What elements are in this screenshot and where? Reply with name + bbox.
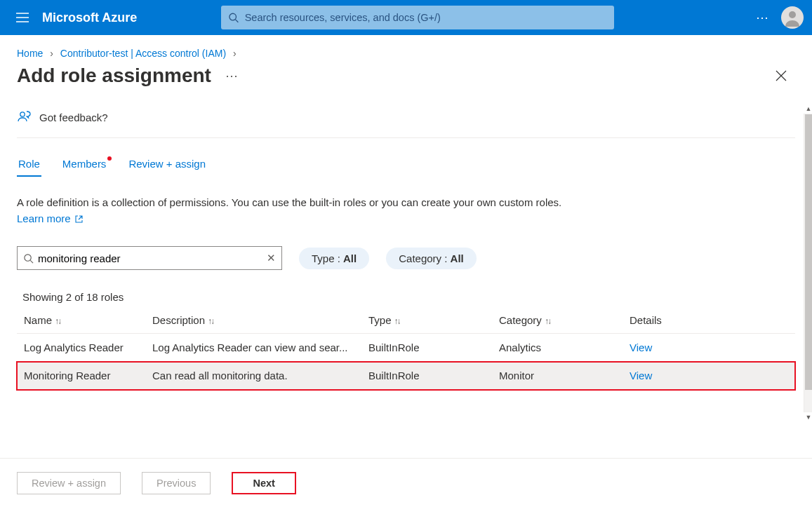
feedback-icon bbox=[17, 109, 32, 125]
global-search-input[interactable] bbox=[245, 12, 608, 23]
view-link[interactable]: View bbox=[630, 342, 652, 353]
external-link-icon bbox=[75, 215, 83, 223]
filter-type-pill[interactable]: Type : All bbox=[299, 248, 369, 269]
cell-details: View bbox=[623, 362, 795, 390]
tab-label: Review + assign bbox=[128, 158, 206, 170]
chevron-right-icon: › bbox=[50, 48, 53, 59]
close-icon bbox=[776, 70, 787, 81]
svg-line-5 bbox=[30, 260, 33, 263]
next-button[interactable]: Next bbox=[232, 472, 295, 494]
col-header-name[interactable]: Name↑↓ bbox=[17, 307, 145, 334]
col-header-description[interactable]: Description↑↓ bbox=[145, 307, 361, 334]
cell-name: Log Analytics Reader bbox=[17, 334, 145, 362]
cell-description: Log Analytics Reader can view and sear..… bbox=[145, 334, 361, 362]
brand-label[interactable]: Microsoft Azure bbox=[42, 11, 137, 25]
cell-category: Monitor bbox=[492, 362, 623, 390]
user-avatar[interactable] bbox=[781, 6, 804, 29]
learn-more-link[interactable]: Learn more bbox=[17, 212, 83, 224]
cell-details: View bbox=[623, 334, 795, 362]
cell-type: BuiltInRole bbox=[361, 334, 492, 362]
col-header-category[interactable]: Category↑↓ bbox=[492, 307, 623, 334]
filter-row: ✕ Type : All Category : All bbox=[17, 232, 795, 274]
tab-description: A role definition is a collection of per… bbox=[17, 182, 564, 232]
review-assign-button[interactable]: Review + assign bbox=[17, 472, 121, 494]
sort-icon: ↑↓ bbox=[55, 316, 60, 326]
role-search-input[interactable] bbox=[38, 252, 267, 264]
tab-role[interactable]: Role bbox=[17, 158, 41, 177]
table-row[interactable]: Monitoring Reader Can read all monitorin… bbox=[17, 362, 795, 390]
role-search[interactable]: ✕ bbox=[17, 246, 282, 270]
svg-point-0 bbox=[229, 13, 237, 20]
view-link[interactable]: View bbox=[630, 370, 652, 381]
main-content: Got feedback? Role Members Review + assi… bbox=[0, 104, 812, 507]
title-more-button[interactable]: ⋯ bbox=[225, 68, 239, 83]
scrollbar[interactable]: ▲ ▼ bbox=[804, 114, 812, 412]
chevron-right-icon: › bbox=[233, 48, 237, 59]
cell-category: Analytics bbox=[492, 334, 623, 362]
tab-label: Members bbox=[62, 158, 107, 170]
tab-review-assign[interactable]: Review + assign bbox=[127, 158, 207, 177]
title-row: Add role assignment ⋯ bbox=[0, 62, 812, 104]
tabs: Role Members Review + assign bbox=[17, 138, 795, 182]
alert-dot-icon bbox=[107, 156, 112, 161]
svg-point-2 bbox=[789, 11, 796, 18]
hamburger-menu[interactable] bbox=[8, 4, 36, 32]
topbar-more-button[interactable]: ⋯ bbox=[756, 10, 770, 25]
search-icon bbox=[23, 253, 34, 264]
clear-search-button[interactable]: ✕ bbox=[267, 252, 276, 264]
results-count: Showing 2 of 18 roles bbox=[17, 274, 795, 307]
cell-name: Monitoring Reader bbox=[17, 362, 145, 390]
tab-members[interactable]: Members bbox=[61, 158, 108, 177]
footer-bar: Review + assign Previous Next bbox=[0, 458, 812, 507]
scroll-down-icon[interactable]: ▼ bbox=[804, 412, 812, 422]
page-title: Add role assignment bbox=[17, 65, 211, 87]
breadcrumb-parent[interactable]: Contributor-test | Access control (IAM) bbox=[60, 48, 226, 59]
table-row[interactable]: Log Analytics Reader Log Analytics Reade… bbox=[17, 334, 795, 362]
topbar: Microsoft Azure ⋯ bbox=[0, 0, 812, 35]
sort-icon: ↑↓ bbox=[394, 316, 400, 326]
cell-description: Can read all monitoring data. bbox=[145, 362, 361, 390]
col-header-type[interactable]: Type↑↓ bbox=[361, 307, 492, 334]
sort-icon: ↑↓ bbox=[545, 316, 550, 326]
roles-table: Name↑↓ Description↑↓ Type↑↓ Category↑↓ D… bbox=[17, 307, 795, 390]
svg-line-1 bbox=[236, 20, 239, 22]
tab-label: Role bbox=[18, 158, 40, 170]
global-search[interactable] bbox=[221, 6, 614, 29]
topbar-right: ⋯ bbox=[756, 6, 804, 29]
table-header-row: Name↑↓ Description↑↓ Type↑↓ Category↑↓ D… bbox=[17, 307, 795, 334]
breadcrumb-home[interactable]: Home bbox=[17, 48, 43, 59]
scroll-up-icon[interactable]: ▲ bbox=[804, 104, 812, 114]
feedback-label: Got feedback? bbox=[39, 111, 108, 123]
scroll-thumb[interactable] bbox=[805, 114, 812, 390]
svg-point-4 bbox=[25, 254, 31, 260]
description-text: A role definition is a collection of per… bbox=[17, 196, 561, 208]
search-icon bbox=[228, 12, 239, 23]
previous-button[interactable]: Previous bbox=[142, 472, 211, 494]
close-button[interactable] bbox=[776, 70, 795, 81]
sort-icon: ↑↓ bbox=[208, 316, 213, 326]
breadcrumb: Home › Contributor-test | Access control… bbox=[0, 35, 812, 62]
col-header-details: Details bbox=[623, 307, 795, 334]
svg-point-3 bbox=[20, 112, 25, 116]
hamburger-icon bbox=[16, 13, 29, 22]
user-icon bbox=[783, 8, 801, 27]
filter-category-pill[interactable]: Category : All bbox=[386, 248, 477, 269]
feedback-link[interactable]: Got feedback? bbox=[17, 104, 795, 138]
cell-type: BuiltInRole bbox=[361, 362, 492, 390]
